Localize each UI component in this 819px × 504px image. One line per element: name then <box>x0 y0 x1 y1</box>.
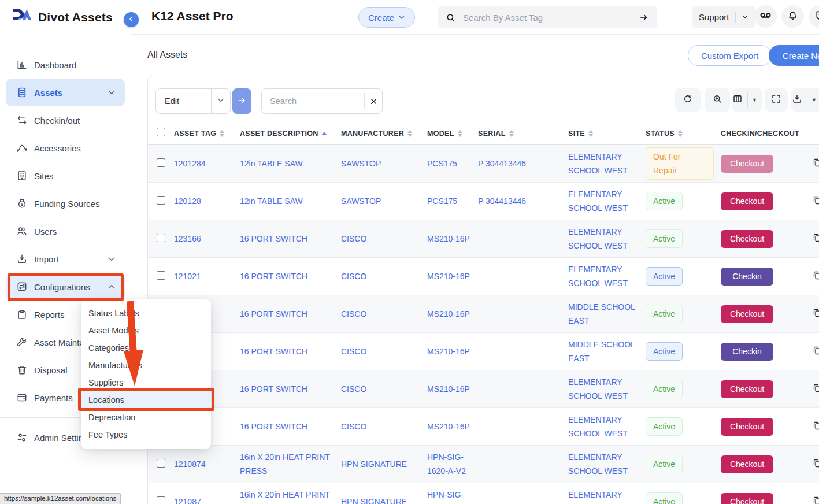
duplicate-icon[interactable] <box>812 310 819 320</box>
menu-item-suppliers[interactable]: Suppliers <box>81 374 211 391</box>
zoom-in-button[interactable] <box>705 88 730 112</box>
clear-search-button[interactable] <box>365 98 382 105</box>
manufacturer-link[interactable]: CISCO <box>341 272 366 281</box>
sidebar-item-checkin-out[interactable]: Checkin/out <box>6 106 125 134</box>
refresh-button[interactable] <box>675 88 701 112</box>
manufacturer-link[interactable]: CISCO <box>341 234 366 243</box>
model-link[interactable]: HPN-SIG-1620-A-V2 <box>427 490 466 504</box>
menu-item-status-labels[interactable]: Status Labels <box>81 305 211 322</box>
serial-link[interactable]: P 304413446 <box>478 159 526 168</box>
row-checkbox[interactable] <box>157 196 165 205</box>
columns-button[interactable]: ▼ <box>732 88 762 112</box>
serial-link[interactable]: P 304413446 <box>478 197 526 206</box>
asset-description-link[interactable]: 12in TABLE SAW <box>240 197 303 206</box>
menu-item-categories[interactable]: Categories <box>81 339 211 357</box>
checkout-button[interactable]: Checkout <box>721 305 773 323</box>
asset-tag-link[interactable]: 1201284 <box>174 159 206 168</box>
sidebar-item-funding-sources[interactable]: $ Funding Sources <box>6 190 125 217</box>
asset-tag-link[interactable]: 120128 <box>174 197 201 206</box>
table-search-input[interactable] <box>270 97 364 106</box>
checkout-button[interactable]: Checkout <box>721 380 773 398</box>
row-checkbox[interactable] <box>157 158 165 167</box>
manufacturer-link[interactable]: CISCO <box>341 422 366 431</box>
row-checkbox[interactable] <box>157 271 165 280</box>
model-link[interactable]: PCS175 <box>427 159 457 168</box>
site-link[interactable]: ELEMENTARY SCHOOL WEST <box>568 453 628 476</box>
support-button[interactable]: Support <box>692 6 755 28</box>
voicemail-button[interactable] <box>754 5 777 28</box>
column-header-asset-tag[interactable]: ASSET TAG <box>174 129 240 138</box>
duplicate-icon[interactable] <box>812 235 819 244</box>
asset-description-link[interactable]: 16in X 20in HEAT PRINT PRESS <box>240 490 330 504</box>
asset-description-link[interactable]: 16 PORT SWITCH <box>240 422 307 431</box>
bulk-action-select[interactable]: Edit <box>155 88 231 114</box>
model-link[interactable]: MS210-16P <box>427 347 470 356</box>
model-link[interactable]: MS210-16P <box>427 309 470 318</box>
manufacturer-link[interactable]: SAWSTOP <box>341 197 381 206</box>
duplicate-icon[interactable] <box>812 385 819 395</box>
asset-tag-link[interactable]: 121021 <box>174 272 201 281</box>
checkin-button[interactable]: Checkin <box>721 268 773 286</box>
manufacturer-link[interactable]: SAWSTOP <box>341 159 381 168</box>
model-link[interactable]: HPN-SIG-1620-A-V2 <box>427 453 466 476</box>
asset-description-link[interactable]: 16 PORT SWITCH <box>240 347 307 356</box>
menu-item-manufacturers[interactable]: Manufacturers <box>81 357 211 374</box>
select-all-checkbox[interactable] <box>157 128 165 136</box>
checkout-button[interactable]: Checkout <box>721 230 773 248</box>
manufacturer-link[interactable]: HPN SIGNATURE <box>341 497 407 504</box>
row-checkbox[interactable] <box>157 234 165 242</box>
model-link[interactable]: MS210-16P <box>427 272 470 281</box>
sidebar-item-assets[interactable]: Assets <box>6 79 125 106</box>
asset-description-link[interactable]: 16 PORT SWITCH <box>240 234 307 243</box>
sidebar-item-users[interactable]: Users <box>6 217 125 245</box>
duplicate-icon[interactable] <box>812 423 819 432</box>
sidebar-item-sites[interactable]: Sites <box>6 162 125 190</box>
model-link[interactable]: PCS175 <box>427 197 457 206</box>
model-link[interactable]: MS210-16P <box>427 234 470 243</box>
global-search-input[interactable] <box>455 13 639 23</box>
model-link[interactable]: MS210-16P <box>427 422 470 431</box>
asset-tag-link[interactable]: 121087 <box>174 497 201 504</box>
sidebar-collapse-button[interactable] <box>124 12 139 27</box>
search-submit-arrow-icon[interactable] <box>639 12 649 23</box>
asset-tag-link[interactable]: 1210874 <box>174 459 206 469</box>
column-header-status[interactable]: STATUS <box>646 129 721 138</box>
menu-item-depreciation[interactable]: Depreciation <box>81 409 211 426</box>
site-link[interactable]: ELEMENTARY SCHOOL WEST <box>568 377 628 401</box>
create-new-button[interactable]: Create New <box>769 45 819 66</box>
site-link[interactable]: MIDDLE SCHOOL EAST <box>568 340 635 363</box>
checkout-button[interactable]: Checkout <box>721 493 773 504</box>
site-link[interactable]: ELEMENTARY SCHOOL WEST <box>568 265 628 288</box>
model-link[interactable]: MS210-16P <box>427 384 470 394</box>
site-link[interactable]: ELEMENTARY SCHOOL WEST <box>568 490 628 504</box>
brand[interactable]: Divot Assets <box>12 7 113 28</box>
download-button[interactable]: ▼ <box>791 88 819 112</box>
manufacturer-link[interactable]: HPN SIGNATURE <box>341 459 407 469</box>
checkout-button[interactable]: Checkout <box>721 418 773 436</box>
asset-description-link[interactable]: 12in TABLE SAW <box>240 159 303 168</box>
asset-description-link[interactable]: 16 PORT SWITCH <box>240 272 307 281</box>
column-header-manufacturer[interactable]: MANUFACTURER <box>341 129 427 138</box>
menu-item-asset-models[interactable]: Asset Models <box>81 322 211 339</box>
column-header-checkin-checkout[interactable]: CHECKIN/CHECKOUT <box>721 129 805 138</box>
column-header-asset-description[interactable]: ASSET DESCRIPTION <box>240 129 341 138</box>
column-header-site[interactable]: SITE <box>568 129 646 138</box>
sidebar-item-accessories[interactable]: Accessories <box>6 134 125 162</box>
sidebar-item-dashboard[interactable]: Dashboard <box>6 51 125 79</box>
menu-item-locations[interactable]: Locations <box>81 391 211 409</box>
site-link[interactable]: MIDDLE SCHOOL EAST <box>568 302 635 325</box>
duplicate-icon[interactable] <box>812 347 819 357</box>
sidebar-item-import[interactable]: Import <box>6 245 125 273</box>
row-checkbox[interactable] <box>157 496 165 504</box>
column-header-model[interactable]: MODEL <box>427 129 478 138</box>
site-link[interactable]: ELEMENTARY SCHOOL WEST <box>568 415 628 438</box>
site-link[interactable]: ELEMENTARY SCHOOL WEST <box>568 152 628 175</box>
checkout-button[interactable]: Checkout <box>721 455 773 473</box>
duplicate-icon[interactable] <box>812 160 819 169</box>
duplicate-icon[interactable] <box>812 197 819 207</box>
asset-description-link[interactable]: 16 PORT SWITCH <box>240 309 307 318</box>
bulk-action-apply-button[interactable] <box>232 88 251 114</box>
custom-export-button[interactable]: Custom Export <box>688 45 772 66</box>
manufacturer-link[interactable]: CISCO <box>341 309 366 318</box>
checkout-button[interactable]: Checkout <box>721 155 773 173</box>
